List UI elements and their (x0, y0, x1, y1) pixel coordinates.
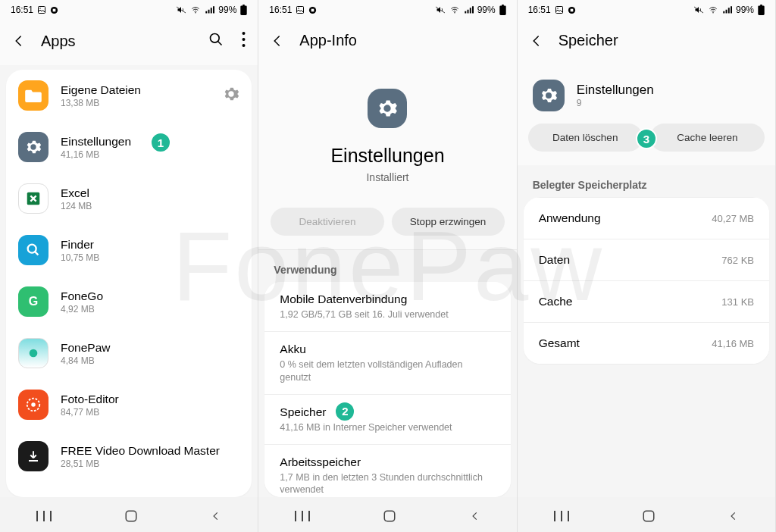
volume-mute-icon (693, 5, 704, 14)
svg-rect-28 (570, 8, 573, 11)
app-big-icon (368, 89, 407, 128)
nav-home[interactable] (124, 509, 138, 523)
wifi-icon (449, 6, 460, 14)
app-icon (18, 80, 48, 111)
list-item[interactable]: Excel 124 MB (6, 173, 252, 224)
list-item[interactable]: Eigene Dateien 13,38 MB (6, 70, 252, 121)
nav-home[interactable] (642, 509, 656, 523)
app-name: FoneGo (61, 289, 239, 303)
svg-rect-0 (39, 7, 45, 14)
apps-list: Eigene Dateien 13,38 MB Einstellungen 41… (6, 70, 252, 497)
section-header: Verwendung (258, 250, 516, 282)
search-button[interactable] (208, 32, 224, 50)
signal-icon (205, 6, 214, 14)
image-icon (37, 5, 46, 14)
svg-rect-17 (297, 7, 304, 14)
nav-back[interactable] (211, 509, 221, 523)
item-title: Speicher (280, 405, 495, 419)
svg-rect-22 (499, 5, 505, 15)
app-name: Excel (61, 186, 239, 200)
gear-button[interactable] (223, 86, 239, 105)
svg-rect-30 (758, 5, 764, 15)
deactivate-button[interactable]: Deaktivieren (271, 208, 383, 236)
image-icon (555, 5, 564, 14)
status-bar: 16:51 99% (518, 0, 775, 18)
list-item[interactable]: Speicher 41,16 MB in Interner Speicher v… (264, 394, 510, 444)
nav-back[interactable] (728, 509, 739, 523)
section-header: Belegter Speicherplatz (518, 165, 775, 197)
stop-icon (568, 6, 576, 14)
svg-rect-25 (555, 7, 562, 14)
volume-mute-icon (435, 5, 446, 14)
svg-point-15 (31, 402, 36, 407)
back-button[interactable] (530, 34, 543, 48)
list-item[interactable]: Akku 0 % seit dem letzten vollständigen … (264, 331, 510, 394)
app-name: Foto-Editor (61, 393, 239, 406)
row-label: Gesamt (539, 336, 580, 350)
item-title: Akku (280, 343, 495, 356)
list-item[interactable]: Einstellungen 41,16 MB 1 (6, 121, 252, 173)
clear-cache-button[interactable]: Cache leeren (650, 124, 765, 152)
svg-point-26 (557, 8, 559, 9)
item-sub: 1,7 MB in den letzten 3 Stunden durchsch… (280, 471, 495, 496)
action-row: Daten löschen Cache leeren 3 (518, 124, 775, 165)
svg-point-13 (30, 349, 38, 358)
nav-recents[interactable] (295, 510, 310, 522)
nav-back[interactable] (470, 509, 480, 523)
app-size: 28,51 MB (61, 458, 239, 469)
nav-bar (258, 497, 516, 532)
item-title: Mobile Datenverbindung (280, 293, 495, 306)
back-button[interactable] (271, 34, 284, 48)
nav-bar (518, 497, 775, 532)
list-item[interactable]: G FoneGo 4,92 MB (6, 276, 252, 327)
svg-point-9 (242, 38, 246, 41)
force-stop-button[interactable]: Stopp erzwingen (392, 208, 505, 236)
svg-rect-20 (311, 8, 314, 11)
list-item[interactable]: Arbeitsspeicher 1,7 MB in den letzten 3 … (264, 444, 510, 497)
svg-point-29 (712, 12, 713, 13)
action-row: Deaktivieren Stopp erzwingen (258, 199, 516, 250)
item-sub: 0 % seit dem letzten vollständigen Aufla… (280, 358, 495, 383)
header-title: Speicher (559, 32, 763, 49)
app-size: 124 MB (61, 201, 239, 211)
more-button[interactable] (242, 32, 246, 50)
clear-data-button[interactable]: Daten löschen (528, 124, 643, 152)
status-bar: 16:51 99% (0, 0, 258, 18)
app-summary: Einstellungen Installiert (258, 64, 516, 199)
list-item[interactable]: FonePaw 4,84 MB (6, 327, 252, 379)
app-size: 41,16 MB (61, 149, 239, 160)
app-header: Einstellungen 9 (518, 64, 775, 124)
svg-point-4 (196, 12, 196, 13)
stop-icon (50, 6, 58, 14)
nav-home[interactable] (383, 509, 396, 523)
search-icon (208, 32, 224, 47)
header-title: Apps (41, 33, 208, 50)
list-item[interactable]: Foto-Editor 84,77 MB (6, 379, 252, 430)
wifi-icon (190, 6, 201, 14)
header: Apps (0, 18, 258, 65)
list-item[interactable]: Finder 10,75 MB (6, 224, 252, 276)
app-icon (18, 235, 48, 265)
nav-recents[interactable] (554, 510, 569, 522)
header-title: App-Info (299, 32, 504, 49)
image-icon (296, 5, 305, 14)
item-title: Arbeitsspeicher (280, 455, 495, 469)
app-icon (18, 132, 48, 162)
app-icon (18, 441, 48, 471)
wifi-icon (708, 6, 718, 14)
list-item[interactable]: Mobile Datenverbindung 1,92 GB/5,71 GB s… (264, 282, 510, 331)
svg-rect-32 (643, 511, 654, 521)
usage-list: Mobile Datenverbindung 1,92 GB/5,71 GB s… (264, 282, 510, 497)
app-name: Eigene Dateien (61, 83, 223, 97)
signal-icon (464, 6, 474, 14)
list-item[interactable]: FREE Video Download Master 28,51 MB (6, 430, 252, 482)
svg-point-21 (454, 12, 455, 13)
back-button[interactable] (12, 34, 26, 48)
svg-point-1 (39, 8, 41, 9)
svg-point-10 (242, 44, 246, 47)
app-size: 13,38 MB (61, 98, 223, 108)
storage-list: Anwendung 40,27 MB Daten 762 KB Cache 13… (524, 197, 769, 364)
gear-icon (223, 86, 239, 102)
status-time: 16:51 (269, 5, 292, 15)
nav-recents[interactable] (36, 510, 52, 522)
